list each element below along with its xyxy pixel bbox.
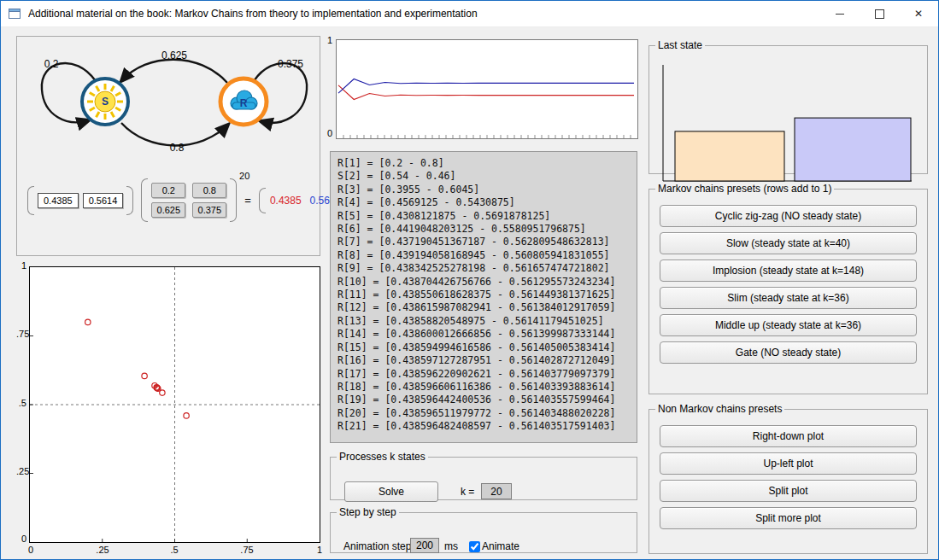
state-node-sun[interactable]: S	[82, 79, 128, 125]
vector-value-r: 0.5614	[83, 193, 124, 208]
preset-button-middle-up-steady-state-at-k-36[interactable]: Middle up (steady state at k=36)	[660, 314, 917, 336]
state-node-rain[interactable]: R	[220, 79, 267, 125]
window-title: Additional material on the book: Markov …	[28, 8, 820, 20]
minimize-button[interactable]	[820, 1, 860, 26]
markov-presets-group-title: Markov chains presets (rows add to 1)	[655, 183, 834, 195]
app-icon	[8, 8, 21, 20]
scatter-xtick-1: 1	[317, 545, 322, 555]
maximize-icon	[875, 9, 884, 19]
mini-ytick-0: 0	[324, 128, 332, 138]
state-r-letter: R	[240, 97, 248, 109]
k-label: k =	[461, 486, 474, 498]
animate-label: Animate	[482, 540, 519, 552]
last-state-group-title: Last state	[655, 39, 705, 51]
matrix-exponent: 20	[239, 171, 249, 181]
solve-button[interactable]: Solve	[344, 481, 438, 502]
ms-label: ms	[444, 540, 458, 552]
scatter-ytick-0: 0	[16, 534, 26, 544]
minimize-icon	[836, 14, 844, 15]
animation-step-label: Animation step	[343, 540, 411, 552]
iterations-log[interactable]: R[1] = [0.2 - 0.8] S[2] = [0.54 - 0.46] …	[330, 151, 637, 443]
matrix-cell-rr[interactable]: 0.375	[192, 202, 226, 218]
non-markov-presets-group: Non Markov chains presets Right-down plo…	[648, 403, 928, 554]
animate-checkbox[interactable]	[469, 541, 480, 552]
arrow-r-to-s	[121, 60, 227, 83]
scatter-xtick-75: .75	[240, 545, 253, 555]
label-r-self: 0.375	[278, 58, 303, 70]
convergence-chart-area	[336, 39, 638, 139]
preset-button-implosion-steady-state-at-k-148[interactable]: Implosion (steady state at k=148)	[660, 260, 917, 282]
scatter-plot-area	[29, 266, 320, 543]
animation-step-input[interactable]	[410, 538, 439, 553]
scatter-ytick-25: .25	[16, 466, 26, 476]
transition-matrix: 0.2 0.8 0.625 0.375 20	[141, 178, 237, 222]
last-state-bar-chart	[653, 63, 918, 184]
app-window: Additional material on the book: Markov …	[0, 0, 939, 560]
matrix-cell-rs[interactable]: 0.625	[151, 202, 185, 218]
label-s-self: 0.2	[44, 58, 59, 70]
scatter-xtick-25: .25	[96, 545, 109, 555]
scatter-xtick-5: .5	[170, 545, 178, 555]
vector-value-s: 0.4385	[38, 193, 79, 208]
markov-presets-list: Cyclic zig-zag (NO steady state)Slow (st…	[649, 195, 927, 364]
titlebar: Additional material on the book: Markov …	[1, 1, 938, 27]
preset-button-cyclic-zig-zag-no-steady-state[interactable]: Cyclic zig-zag (NO steady state)	[660, 205, 917, 227]
preset-button-right-down-plot[interactable]: Right-down plot	[660, 425, 917, 447]
scatter-canvas	[30, 267, 320, 542]
close-icon: ✕	[914, 8, 923, 20]
equals-sign: =	[244, 194, 251, 207]
close-button[interactable]: ✕	[899, 1, 938, 26]
label-r-to-s: 0.625	[161, 50, 187, 61]
processes-group: Processes k states Solve k =	[330, 451, 637, 500]
preset-button-slow-steady-state-at-k-40[interactable]: Slow (steady state at k=40)	[660, 232, 917, 254]
k-input[interactable]	[481, 483, 512, 499]
last-state-group: Last state	[648, 39, 928, 174]
non-markov-presets-group-title: Non Markov chains presets	[655, 403, 784, 415]
matrix-cell-sr[interactable]: 0.8	[192, 183, 226, 198]
state-s-letter: S	[102, 96, 109, 108]
scatter-ytick-5: .5	[16, 398, 26, 408]
scatter-ytick-75: .75	[16, 329, 26, 339]
matrix-equation: 0.4385 0.5614 0.2 0.8 0.625 0.375 20	[27, 178, 316, 222]
step-group-title: Step by step	[337, 506, 399, 518]
form-content: 0.2 0.625 0.375 0.8 S	[1, 27, 938, 560]
scatter-ytick-1: 1	[16, 260, 26, 271]
maximize-button[interactable]	[860, 1, 899, 26]
preset-button-up-left-plot[interactable]: Up-left plot	[660, 452, 917, 475]
convergence-canvas	[337, 40, 637, 138]
mini-ytick-1: 1	[324, 35, 332, 45]
label-s-to-r: 0.8	[170, 142, 185, 154]
preset-button-gate-no-steady-state[interactable]: Gate (NO steady state)	[660, 341, 917, 364]
markov-presets-group: Markov chains presets (rows add to 1) Cy…	[648, 183, 928, 394]
markov-diagram-panel: 0.2 0.625 0.375 0.8 S	[16, 36, 320, 256]
processes-group-title: Processes k states	[337, 451, 428, 463]
non-markov-presets-list: Right-down plotUp-left plotSplit plotSpl…	[649, 415, 927, 529]
preset-button-slim-steady-state-at-k-36[interactable]: Slim (steady state at k=36)	[660, 287, 917, 309]
step-by-step-group: Step by step Animation step ms Animate	[330, 506, 637, 553]
scatter-xtick-0: 0	[28, 545, 33, 555]
scatter-plot: 1 .75 .5 .25 0 0 .25 .5 .75 1	[16, 262, 322, 560]
result-value-s: 0.4385	[270, 195, 302, 207]
state-diagram: 0.2 0.625 0.375 0.8 S	[17, 37, 319, 173]
preset-button-split-plot[interactable]: Split plot	[660, 480, 917, 502]
state-vector: 0.4385 0.5614	[27, 186, 133, 215]
convergence-chart: 1 0	[324, 39, 638, 145]
preset-button-split-more-plot[interactable]: Split more plot	[660, 507, 917, 529]
matrix-cell-ss[interactable]: 0.2	[151, 183, 185, 198]
